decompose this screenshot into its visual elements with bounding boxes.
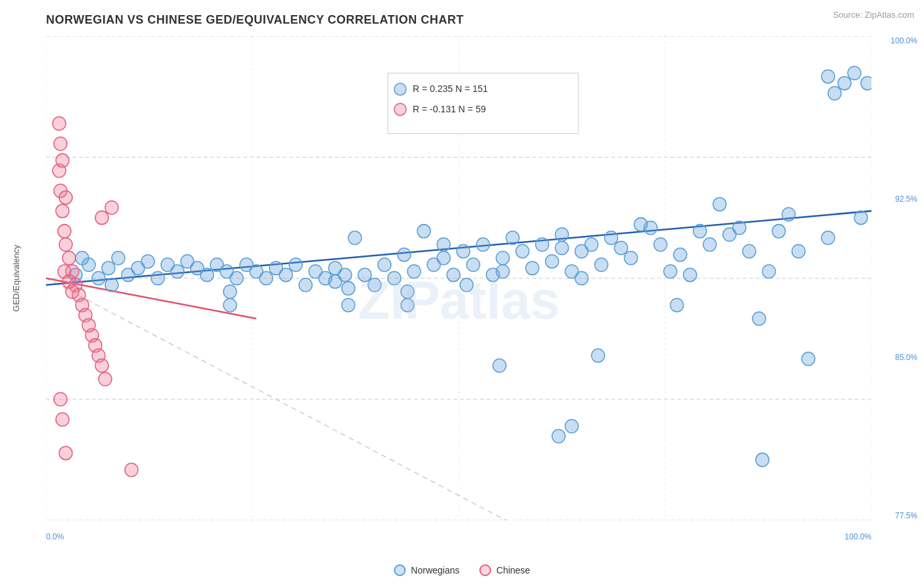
svg-point-83 <box>693 225 706 238</box>
svg-point-97 <box>828 87 841 100</box>
svg-point-93 <box>792 244 805 258</box>
y-axis-label: GED/Equivalency <box>10 36 23 520</box>
svg-point-116 <box>54 137 67 150</box>
svg-point-25 <box>171 265 184 278</box>
svg-point-43 <box>338 268 352 281</box>
legend-circle-blue <box>394 564 405 576</box>
svg-point-120 <box>58 225 71 238</box>
svg-point-143 <box>125 463 138 476</box>
svg-point-78 <box>644 221 657 234</box>
svg-point-96 <box>821 70 835 83</box>
svg-point-136 <box>66 285 79 298</box>
svg-point-36 <box>279 268 292 281</box>
legend: Norwegians Chinese <box>394 564 530 576</box>
svg-point-19 <box>76 252 89 265</box>
svg-point-85 <box>713 198 726 211</box>
svg-point-104 <box>565 419 578 432</box>
svg-point-44 <box>348 231 361 244</box>
svg-point-38 <box>299 279 312 292</box>
y-axis-right: 100.0% 92.5% 85.0% 77.5% <box>890 36 917 520</box>
svg-point-114 <box>223 298 237 311</box>
svg-text:ZIPatlas: ZIPatlas <box>358 270 560 330</box>
legend-label-chinese: Chinese <box>496 565 530 575</box>
legend-label-norwegians: Norwegians <box>411 565 459 575</box>
svg-point-17 <box>112 252 125 265</box>
svg-point-138 <box>105 201 118 214</box>
svg-point-22 <box>141 255 154 268</box>
svg-point-102 <box>493 359 506 372</box>
svg-text:R = 0.235    N = 151: R = 0.235 N = 151 <box>413 83 488 94</box>
svg-point-94 <box>802 352 815 365</box>
chart-title: NORWEGIAN VS CHINESE GED/EQUIVALENCY COR… <box>46 13 917 27</box>
svg-point-56 <box>457 244 470 258</box>
svg-point-67 <box>555 228 568 241</box>
svg-point-139 <box>59 191 72 204</box>
svg-point-115 <box>53 117 66 130</box>
svg-point-73 <box>595 258 608 271</box>
svg-point-75 <box>614 241 628 254</box>
svg-point-84 <box>703 238 716 251</box>
svg-point-137 <box>95 211 108 224</box>
svg-point-63 <box>516 244 529 258</box>
svg-point-28 <box>200 268 214 281</box>
svg-point-113 <box>223 285 237 298</box>
svg-point-62 <box>506 231 519 244</box>
svg-point-109 <box>670 298 683 311</box>
svg-point-132 <box>95 359 108 372</box>
svg-point-89 <box>752 312 766 325</box>
svg-point-31 <box>230 271 243 284</box>
svg-point-82 <box>683 268 697 281</box>
svg-point-110 <box>591 349 605 362</box>
chart-container: NORWEGIAN VS CHINESE GED/EQUIVALENCY COR… <box>0 0 924 586</box>
legend-item-chinese: Chinese <box>479 564 530 576</box>
svg-point-92 <box>782 208 795 221</box>
svg-point-76 <box>624 252 637 265</box>
svg-point-81 <box>674 248 687 261</box>
svg-point-15 <box>92 271 105 284</box>
x-val-100: 100.0% <box>844 532 871 541</box>
scatter-plot: R = 0.235 N = 151 R = -0.131 N = 59 ZIPa… <box>46 36 871 520</box>
svg-point-141 <box>54 393 67 406</box>
svg-point-112 <box>342 298 355 311</box>
y-val-100: 100.0% <box>890 36 917 45</box>
svg-point-60 <box>496 252 509 265</box>
svg-point-80 <box>664 265 677 278</box>
svg-point-23 <box>151 271 164 284</box>
svg-point-99 <box>848 66 861 79</box>
svg-point-71 <box>575 271 588 284</box>
source-text: Source: ZipAtlas.com <box>833 10 914 20</box>
svg-point-68 <box>555 241 568 254</box>
svg-point-122 <box>62 252 76 265</box>
svg-point-72 <box>585 238 598 251</box>
svg-point-95 <box>821 231 835 244</box>
y-val-85: 85.0% <box>895 353 917 362</box>
y-val-925: 92.5% <box>895 194 917 204</box>
svg-point-133 <box>99 372 112 386</box>
svg-point-74 <box>605 231 618 244</box>
svg-point-65 <box>536 238 549 251</box>
svg-point-79 <box>654 238 667 251</box>
svg-point-144 <box>59 446 72 459</box>
svg-point-91 <box>772 225 785 238</box>
svg-text:R = -0.131    N = 59: R = -0.131 N = 59 <box>413 104 486 114</box>
svg-point-88 <box>743 244 756 258</box>
svg-point-20 <box>105 279 118 292</box>
svg-point-58 <box>476 238 490 251</box>
svg-point-105 <box>756 453 769 466</box>
svg-point-142 <box>56 413 69 426</box>
svg-point-51 <box>417 225 430 238</box>
svg-point-140 <box>56 154 69 167</box>
svg-point-66 <box>545 255 559 268</box>
svg-rect-148 <box>394 103 406 115</box>
x-val-0: 0.0% <box>46 532 64 541</box>
svg-point-111 <box>342 282 355 295</box>
svg-point-34 <box>260 271 273 284</box>
svg-point-90 <box>762 265 775 278</box>
y-val-775: 77.5% <box>895 511 917 520</box>
legend-item-norwegians: Norwegians <box>394 564 459 576</box>
svg-point-16 <box>102 261 115 275</box>
svg-rect-146 <box>394 83 406 95</box>
svg-point-101 <box>861 76 871 89</box>
svg-point-87 <box>733 221 746 234</box>
svg-point-53 <box>437 238 450 251</box>
